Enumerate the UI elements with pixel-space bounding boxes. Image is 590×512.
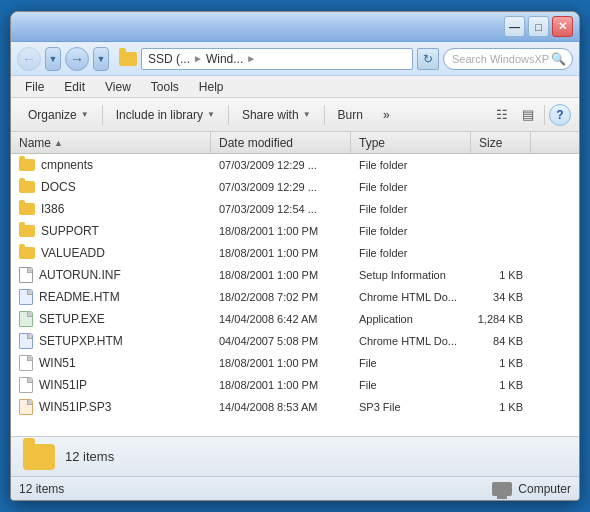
col-header-name[interactable]: Name ▲ xyxy=(11,132,211,153)
refresh-button[interactable]: ↻ xyxy=(417,48,439,70)
table-row[interactable]: SETUPXP.HTM 04/04/2007 5:08 PM Chrome HT… xyxy=(11,330,579,352)
cell-type: File xyxy=(351,352,471,374)
toolbar: Organize ▼ Include in library ▼ Share wi… xyxy=(11,98,579,132)
table-row[interactable]: WIN51IP.SP3 14/04/2008 8:53 AM SP3 File … xyxy=(11,396,579,418)
cell-date: 18/08/2001 1:00 PM xyxy=(211,374,351,396)
status-right: Computer xyxy=(492,482,571,496)
help-button[interactable]: ? xyxy=(549,104,571,126)
col-header-size[interactable]: Size xyxy=(471,132,531,153)
big-folder-icon xyxy=(23,444,55,470)
address-bar[interactable]: SSD (... ► Wind... ► xyxy=(141,48,413,70)
file-icon xyxy=(19,377,33,393)
organize-button[interactable]: Organize ▼ xyxy=(19,102,98,128)
table-row[interactable]: WIN51IP 18/08/2001 1:00 PM File 1 KB xyxy=(11,374,579,396)
col-header-date[interactable]: Date modified xyxy=(211,132,351,153)
toolbar-sep3 xyxy=(324,105,325,125)
view-buttons: ☷ ▤ ? xyxy=(490,103,571,127)
menu-file[interactable]: File xyxy=(17,78,52,96)
cell-size: 1 KB xyxy=(471,352,531,374)
info-bar: 12 items xyxy=(11,436,579,476)
cell-name: SUPPORT xyxy=(11,220,211,242)
htm-icon xyxy=(19,333,33,349)
burn-button[interactable]: Burn xyxy=(329,102,372,128)
file-name: AUTORUN.INF xyxy=(39,268,121,282)
forward-arrow[interactable]: ▼ xyxy=(93,47,109,71)
cell-name: SETUPXP.HTM xyxy=(11,330,211,352)
cell-type: File folder xyxy=(351,220,471,242)
back-arrow[interactable]: ▼ xyxy=(45,47,61,71)
table-row[interactable]: VALUEADD 18/08/2001 1:00 PM File folder xyxy=(11,242,579,264)
cell-date: 18/08/2001 1:00 PM xyxy=(211,352,351,374)
menu-view[interactable]: View xyxy=(97,78,139,96)
menu-edit[interactable]: Edit xyxy=(56,78,93,96)
cell-size xyxy=(471,176,531,198)
address-part1: SSD (... xyxy=(148,52,190,66)
cell-size xyxy=(471,198,531,220)
address-part2: Wind... xyxy=(206,52,243,66)
table-row[interactable]: README.HTM 18/02/2008 7:02 PM Chrome HTM… xyxy=(11,286,579,308)
file-icon xyxy=(19,355,33,371)
cell-size: 1,284 KB xyxy=(471,308,531,330)
forward-button[interactable]: → xyxy=(65,47,89,71)
cell-date: 18/08/2001 1:00 PM xyxy=(211,220,351,242)
include-library-button[interactable]: Include in library ▼ xyxy=(107,102,224,128)
title-bar: — □ ✕ xyxy=(11,12,579,42)
cell-size xyxy=(471,242,531,264)
file-name: I386 xyxy=(41,202,64,216)
search-icon: 🔍 xyxy=(551,52,566,66)
menu-tools[interactable]: Tools xyxy=(143,78,187,96)
search-box[interactable]: Search WindowsXP 🔍 xyxy=(443,48,573,70)
cell-name: README.HTM xyxy=(11,286,211,308)
cell-type: File folder xyxy=(351,242,471,264)
folder-icon xyxy=(19,181,35,193)
table-row[interactable]: I386 07/03/2009 12:54 ... File folder xyxy=(11,198,579,220)
cell-name: WIN51 xyxy=(11,352,211,374)
maximize-button[interactable]: □ xyxy=(528,16,549,37)
file-name: DOCS xyxy=(41,180,76,194)
folder-icon xyxy=(19,247,35,259)
table-row[interactable]: SETUP.EXE 14/04/2008 6:42 AM Application… xyxy=(11,308,579,330)
organize-arrow: ▼ xyxy=(81,110,89,119)
cell-date: 18/08/2001 1:00 PM xyxy=(211,264,351,286)
file-name: SETUP.EXE xyxy=(39,312,105,326)
cell-name: I386 xyxy=(11,198,211,220)
cell-type: Application xyxy=(351,308,471,330)
table-row[interactable]: WIN51 18/08/2001 1:00 PM File 1 KB xyxy=(11,352,579,374)
inf-icon xyxy=(19,267,33,283)
table-row[interactable]: cmpnents 07/03/2009 12:29 ... File folde… xyxy=(11,154,579,176)
file-name: VALUEADD xyxy=(41,246,105,260)
more-button[interactable]: » xyxy=(374,102,399,128)
cell-type: SP3 File xyxy=(351,396,471,418)
table-row[interactable]: DOCS 07/03/2009 12:29 ... File folder xyxy=(11,176,579,198)
back-button[interactable]: ← xyxy=(17,47,41,71)
cell-date: 14/04/2008 8:53 AM xyxy=(211,396,351,418)
sp3-icon xyxy=(19,399,33,415)
folder-icon xyxy=(19,225,35,237)
address-arrow1: ► xyxy=(193,53,203,64)
file-name: WIN51IP.SP3 xyxy=(39,400,111,414)
cell-type: Setup Information xyxy=(351,264,471,286)
toolbar-sep2 xyxy=(228,105,229,125)
cell-type: File folder xyxy=(351,154,471,176)
menu-help[interactable]: Help xyxy=(191,78,232,96)
table-row[interactable]: SUPPORT 18/08/2001 1:00 PM File folder xyxy=(11,220,579,242)
col-header-type[interactable]: Type xyxy=(351,132,471,153)
cell-size: 1 KB xyxy=(471,374,531,396)
folder-icon xyxy=(19,159,35,171)
sort-arrow: ▲ xyxy=(54,138,63,148)
view-details-button[interactable]: ☷ xyxy=(490,103,514,127)
cell-date: 04/04/2007 5:08 PM xyxy=(211,330,351,352)
file-name: SUPPORT xyxy=(41,224,99,238)
file-area: Name ▲ Date modified Type Size cmpnents … xyxy=(11,132,579,436)
cell-type: File folder xyxy=(351,198,471,220)
cell-name: DOCS xyxy=(11,176,211,198)
cell-type: File xyxy=(351,374,471,396)
share-with-button[interactable]: Share with ▼ xyxy=(233,102,320,128)
minimize-button[interactable]: — xyxy=(504,16,525,37)
table-row[interactable]: AUTORUN.INF 18/08/2001 1:00 PM Setup Inf… xyxy=(11,264,579,286)
close-button[interactable]: ✕ xyxy=(552,16,573,37)
cell-date: 18/02/2008 7:02 PM xyxy=(211,286,351,308)
view-list-button[interactable]: ▤ xyxy=(516,103,540,127)
toolbar-sep1 xyxy=(102,105,103,125)
htm-icon xyxy=(19,289,33,305)
